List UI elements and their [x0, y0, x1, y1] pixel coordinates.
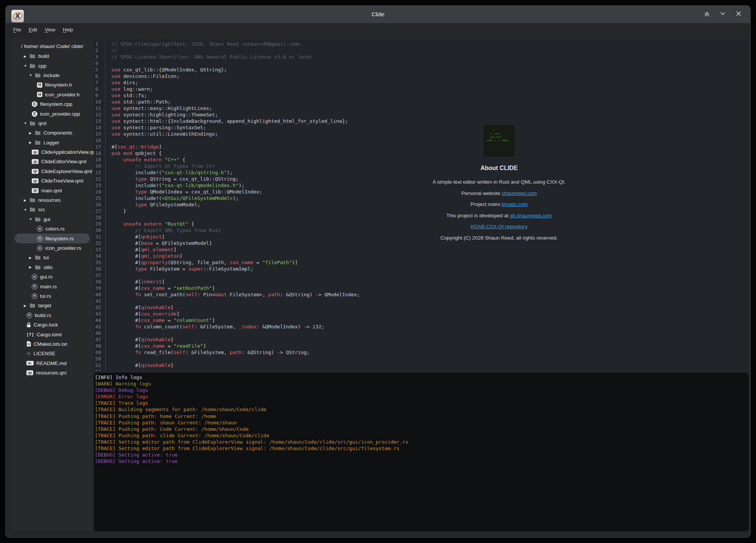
line-number: 29: [94, 221, 105, 227]
tree-file-icon-provider-h[interactable]: Hicon_provider.h: [15, 90, 90, 99]
cpp-file-icon: C: [32, 101, 37, 107]
tree-file-colors-rs[interactable]: Rcolors.rs: [15, 224, 90, 234]
tree-item-label: gui: [43, 217, 50, 222]
close-button[interactable]: [734, 9, 744, 19]
tree-file-clidetreeview-qml[interactable]: QtClideTreeView.qml: [15, 176, 90, 186]
chevron-collapsed-icon[interactable]: ▶: [29, 141, 35, 144]
tree-file-icon-provider-rs[interactable]: Ricon_provider.rs: [15, 243, 90, 253]
menu-file[interactable]: File: [9, 25, 25, 34]
tree-file-clideeditorview-qml[interactable]: QtClideEditorView.qml: [15, 157, 90, 166]
c-header-file-icon: H: [37, 82, 42, 88]
code-line-18: 18pub mod qobject {: [94, 150, 360, 156]
tree-folder-resources[interactable]: ▶resources: [15, 195, 90, 205]
tree-file-filesystem-cpp[interactable]: Cfilesystem.cpp: [15, 99, 90, 109]
tree-folder-build[interactable]: ▶build: [15, 51, 90, 61]
log-line-trace: [TRACE] Setting editor path from ClideEx…: [95, 439, 749, 445]
tree-file-build-rs[interactable]: Rbuild.rs: [15, 311, 90, 320]
log-line-warn: [WARN] Warning logs: [95, 381, 749, 387]
tree-file-filesystem-h[interactable]: Hfilesystem.h: [15, 80, 90, 90]
tree-folder-gui[interactable]: ▼gui: [15, 215, 90, 224]
tree-file-cargo-toml[interactable]: [T]Cargo.toml: [15, 330, 90, 339]
chevron-expanded-icon[interactable]: ▼: [24, 121, 29, 125]
tree-file-license[interactable]: ☆LICENSE: [15, 349, 90, 358]
about-link[interactable]: shaunreed.com: [502, 190, 537, 196]
rust-file-icon: R: [32, 274, 37, 280]
about-link[interactable]: git.shaunreed.com: [510, 213, 552, 218]
line-number: 44: [94, 317, 105, 323]
log-line-debug: [DEBUG] Setting active: true: [95, 458, 749, 464]
line-number: 31: [94, 234, 105, 240]
about-row: Copyright (C) 2026 Shaun Reed, all right…: [386, 235, 612, 241]
chevron-expanded-icon[interactable]: ▼: [24, 208, 29, 212]
code-text: pub mod qobject {: [105, 150, 162, 156]
line-number: 24: [94, 189, 105, 195]
tree-file-clideapplicationview-qml[interactable]: QtClideApplicationView.qml: [15, 147, 90, 157]
about-row: Project notes knoats.com: [386, 201, 612, 207]
tree-file-gui-rs[interactable]: Rgui.rs: [15, 272, 90, 282]
tree-folder-include[interactable]: ▼include: [15, 71, 90, 80]
about-link[interactable]: KDAB CXX-Qt repository: [471, 224, 527, 229]
chevron-expanded-icon[interactable]: ▼: [29, 73, 35, 77]
tree-item-label: resources: [38, 197, 60, 203]
chevron-expanded-icon[interactable]: ▼: [29, 217, 35, 221]
tree-file-cargo-lock[interactable]: Cargo.lock: [15, 320, 90, 330]
code-line-46: 46: [94, 330, 360, 336]
code-line-10: 10use std::path::Path;: [94, 99, 360, 105]
code-text: [105, 356, 113, 362]
folder-icon: [35, 265, 41, 270]
line-number: 27: [94, 208, 105, 214]
chevron-collapsed-icon[interactable]: ▶: [24, 54, 29, 58]
tree-file-resources-qrc[interactable]: Qtresources.qrc: [15, 368, 90, 377]
code-text: use syntect::util::LinesWithEndings;: [105, 131, 218, 137]
tree-file-filesystem-rs[interactable]: Rfilesystem.rs: [15, 234, 90, 243]
chevron-collapsed-icon[interactable]: ▶: [29, 256, 35, 260]
about-link[interactable]: knoats.com: [502, 201, 528, 207]
code-editor[interactable]: 1// SPDX-FileCopyrightText: 2026, Shaun …: [94, 39, 749, 371]
minimize-button[interactable]: [718, 9, 728, 19]
log-console[interactable]: [INFO] Info logs[WARN] Warning logs[DEBU…: [94, 373, 749, 531]
chevron-collapsed-icon[interactable]: ▶: [29, 265, 35, 269]
tree-file-main-qml[interactable]: Qtmain.qml: [15, 186, 90, 195]
tree-file-tui-rs[interactable]: Rtui.rs: [15, 291, 90, 301]
tree-folder-utils[interactable]: ▶utils: [15, 263, 90, 272]
tree-file-readme-md[interactable]: M↓README.md: [15, 359, 90, 368]
tree-folder-target[interactable]: ▶target: [15, 301, 90, 310]
tree-item-label: icon_provider.h: [45, 92, 80, 97]
file-explorer[interactable]: / home/ shaun/ Code/ clide/ ▶build▼cpp▼i…: [12, 39, 94, 531]
code-text: use log::warn;: [105, 86, 153, 92]
tree-file-main-rs[interactable]: Rmain.rs: [15, 282, 90, 291]
chevron-collapsed-icon[interactable]: ▶: [29, 131, 35, 135]
menu-help[interactable]: Help: [59, 25, 77, 34]
tree-folder-logger[interactable]: ▶Logger: [15, 138, 90, 147]
folder-icon: [29, 54, 36, 59]
title-bar[interactable]: X Clide: [6, 6, 750, 23]
maximize-button[interactable]: [702, 9, 712, 19]
line-number: 32: [94, 240, 105, 246]
chevron-collapsed-icon[interactable]: ▶: [24, 304, 29, 308]
tree-folder-qml[interactable]: ▼qml: [15, 119, 90, 128]
chevron-expanded-icon[interactable]: ▼: [24, 64, 29, 68]
code-text: type QFileSystemModel;: [105, 201, 200, 208]
tree-file-clideexplorerview-qml[interactable]: QtClideExplorerView.qml: [15, 167, 90, 176]
tree-file-icon-provider-cpp[interactable]: Cicon_provider.cpp: [15, 109, 90, 118]
folder-icon: [29, 63, 36, 68]
menu-edit[interactable]: Edit: [25, 25, 41, 34]
clide-ascii-logo: * | .===. {}o o{} --ooO--(_)--Ooo--: [483, 125, 515, 157]
markdown-file-icon: M↓: [26, 361, 34, 365]
code-text: // SPDX-License-Identifier: GNU General …: [105, 54, 312, 60]
line-number: 8: [94, 86, 105, 92]
tree-folder-cpp[interactable]: ▼cpp: [15, 61, 90, 70]
tree-item-label: Logger: [43, 140, 59, 145]
tree-folder-src[interactable]: ▼src: [15, 205, 90, 214]
line-number: 4: [94, 60, 105, 67]
tree-folder-components[interactable]: ▶Components: [15, 128, 90, 138]
line-number: 25: [94, 195, 105, 201]
code-text: use std::path::Path;: [105, 99, 171, 105]
tree-file-cmakelists-txt[interactable]: CMakeLists.txt: [15, 339, 90, 349]
code-line-42: 42 #[qinvokable]: [94, 304, 360, 311]
chevron-collapsed-icon[interactable]: ▶: [24, 198, 29, 202]
tree-folder-tui[interactable]: ▶tui: [15, 253, 90, 262]
tree-root-path: / home/ shaun/ Code/ clide/: [12, 42, 94, 51]
line-number: 13: [94, 118, 105, 124]
menu-view[interactable]: View: [41, 25, 59, 34]
